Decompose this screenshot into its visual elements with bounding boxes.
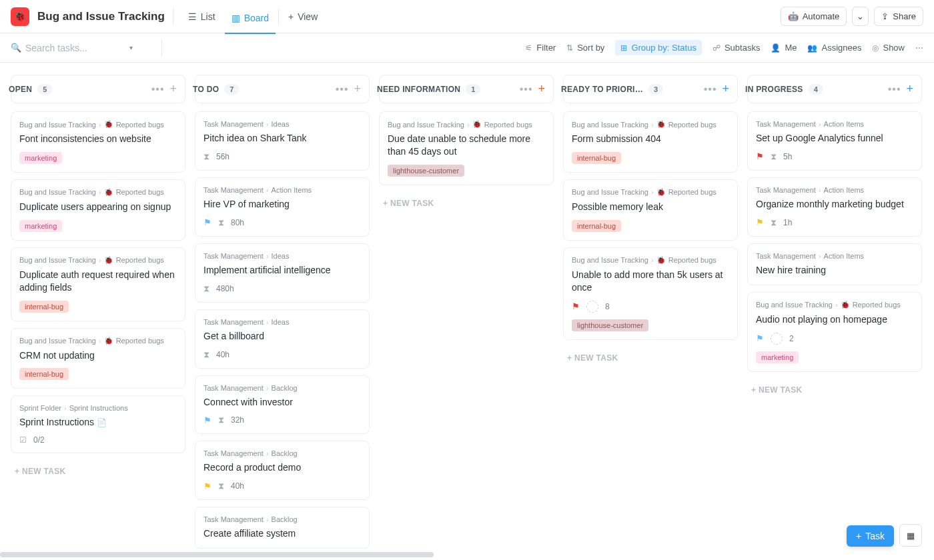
- horizontal-scrollbar[interactable]: [0, 552, 434, 557]
- new-task-button[interactable]: + NEW TASK: [563, 347, 738, 369]
- toolbar: 🔍 ▾ ⚟ Filter ⇅ Sort by ⊞ Group by: Statu…: [0, 33, 934, 63]
- card-title: Duplicate auth request required when add…: [19, 269, 177, 294]
- grid-icon: ▦: [907, 531, 915, 541]
- crumb-folder: Bug and Issue Tracking: [572, 256, 648, 264]
- me-button[interactable]: 👤 Me: [771, 43, 797, 53]
- task-card[interactable]: Task Management ›BacklogCreate affiliate…: [195, 507, 370, 549]
- task-card[interactable]: Bug and Issue Tracking ›🐞Reported bugsDu…: [11, 179, 185, 241]
- tag[interactable]: lighthouse-customer: [572, 319, 648, 331]
- hourglass-icon: ⧗: [203, 349, 209, 360]
- priority-flag-icon[interactable]: ⚑: [572, 301, 580, 311]
- new-task-button[interactable]: + NEW TASK: [379, 192, 554, 215]
- tag[interactable]: internal-bug: [19, 368, 69, 380]
- column-add-button[interactable]: +: [906, 82, 913, 96]
- priority-flag-icon[interactable]: ⚑: [203, 415, 211, 425]
- column-more-icon[interactable]: •••: [520, 83, 533, 95]
- tab-add-view[interactable]: + View: [282, 7, 324, 26]
- column-add-button[interactable]: +: [354, 82, 361, 96]
- bug-icon: 🐞: [104, 337, 113, 345]
- create-task-label: Task: [865, 531, 885, 541]
- tab-list[interactable]: ☰ List: [181, 7, 222, 26]
- sortby-button[interactable]: ⇅ Sort by: [566, 43, 604, 53]
- topbar: 🐞 Bug and Issue Tracking ☰ List ▥ Board …: [0, 0, 934, 33]
- task-card[interactable]: Task Management ›BacklogRecord a product…: [195, 441, 370, 500]
- tag[interactable]: marketing: [756, 351, 799, 363]
- task-card[interactable]: Task Management ›BacklogConnect with inv…: [195, 375, 370, 435]
- search-input[interactable]: [25, 43, 125, 53]
- task-card[interactable]: Bug and Issue Tracking ›🐞Reported bugsFo…: [11, 111, 185, 173]
- chevron-right-icon: ›: [835, 301, 838, 309]
- column-add-button[interactable]: +: [169, 82, 177, 96]
- divider: [278, 9, 279, 25]
- assignee-placeholder-icon[interactable]: [771, 333, 783, 345]
- chevron-right-icon: ›: [99, 256, 101, 264]
- list-icon: ☰: [188, 11, 197, 22]
- task-card[interactable]: Bug and Issue Tracking ›🐞Reported bugsUn…: [563, 247, 738, 340]
- search-wrap[interactable]: 🔍 ▾: [11, 43, 151, 53]
- new-task-button[interactable]: + NEW TASK: [11, 460, 185, 483]
- priority-flag-icon[interactable]: ⚑: [203, 481, 211, 491]
- card-title: Unable to add more than 5k users at once: [572, 269, 729, 294]
- more-button[interactable]: ⋯: [915, 43, 923, 53]
- filter-button[interactable]: ⚟ Filter: [525, 43, 556, 53]
- task-card[interactable]: Bug and Issue Tracking ›🐞Reported bugsFo…: [563, 111, 738, 173]
- task-card[interactable]: Task Management ›IdeasImplement artifici…: [195, 243, 370, 303]
- chevron-down-icon[interactable]: ▾: [129, 44, 133, 51]
- tag[interactable]: marketing: [19, 152, 62, 164]
- column-more-icon[interactable]: •••: [336, 83, 349, 95]
- column-more-icon[interactable]: •••: [151, 83, 165, 95]
- crumb-folder: Bug and Issue Tracking: [572, 121, 648, 129]
- tag[interactable]: internal-bug: [19, 301, 69, 313]
- priority-flag-icon[interactable]: ⚑: [756, 151, 764, 161]
- task-card[interactable]: Bug and Issue Tracking ›🐞Reported bugsCR…: [11, 328, 185, 389]
- automate-dropdown[interactable]: ⌄: [852, 7, 869, 26]
- show-button[interactable]: ◎ Show: [872, 43, 905, 53]
- bug-icon: 🐞: [656, 256, 666, 265]
- crumb-list: Reported bugs: [853, 301, 901, 309]
- tag[interactable]: internal-bug: [572, 152, 621, 164]
- task-card[interactable]: Task Management ›Action ItemsOrganize mo…: [747, 177, 922, 237]
- task-card[interactable]: Task Management ›Action ItemsSet up Goog…: [747, 111, 922, 171]
- create-task-button[interactable]: + Task: [847, 525, 894, 547]
- eye-icon: ◎: [872, 43, 879, 53]
- column-header: TO DO 7 ••• +: [195, 75, 370, 103]
- task-card[interactable]: Bug and Issue Tracking ›🐞Reported bugsAu…: [747, 292, 922, 372]
- column-more-icon[interactable]: •••: [704, 83, 717, 95]
- subtasks-button[interactable]: ☍ Subtasks: [713, 43, 760, 53]
- chevron-right-icon: ›: [266, 449, 269, 457]
- priority-flag-icon[interactable]: ⚑: [756, 217, 764, 227]
- new-task-button[interactable]: + NEW TASK: [747, 379, 922, 401]
- tag[interactable]: lighthouse-customer: [388, 165, 464, 177]
- tab-board[interactable]: ▥ Board: [225, 9, 276, 34]
- column-add-button[interactable]: +: [722, 82, 729, 96]
- column-more-icon[interactable]: •••: [888, 83, 901, 95]
- crumb-folder: Sprint Folder: [19, 404, 61, 412]
- groupby-button[interactable]: ⊞ Group by: Status: [615, 40, 702, 55]
- tag[interactable]: marketing: [19, 220, 62, 232]
- time-estimate: 480h: [216, 284, 234, 293]
- task-card[interactable]: Task Management ›Action ItemsNew hire tr…: [747, 243, 922, 285]
- task-card[interactable]: Task Management ›IdeasPitch idea on Shar…: [195, 111, 370, 171]
- assignees-button[interactable]: 👥 Assignees: [807, 43, 861, 53]
- plus-icon: +: [856, 531, 861, 541]
- task-card[interactable]: Task Management ›IdeasGet a billboard⧗40…: [195, 309, 370, 369]
- crumb-list: Reported bugs: [668, 188, 717, 196]
- automate-button[interactable]: 🤖 Automate: [781, 7, 847, 26]
- chevron-down-icon: ⌄: [857, 11, 864, 21]
- crumb-list: Action Items: [824, 120, 865, 128]
- bug-icon: 🐞: [104, 188, 113, 197]
- task-card[interactable]: Bug and Issue Tracking ›🐞Reported bugsDu…: [379, 111, 554, 185]
- task-card[interactable]: Bug and Issue Tracking ›🐞Reported bugsDu…: [11, 247, 185, 321]
- assignee-placeholder-icon[interactable]: [586, 301, 598, 313]
- task-card[interactable]: Task Management ›Action ItemsHire VP of …: [195, 177, 370, 237]
- crumb-folder: Task Management: [203, 318, 264, 326]
- hourglass-icon: ⧗: [218, 217, 224, 228]
- priority-flag-icon[interactable]: ⚑: [203, 217, 211, 227]
- apps-button[interactable]: ▦: [899, 524, 922, 547]
- column-add-button[interactable]: +: [538, 82, 545, 96]
- share-button[interactable]: ⇪ Share: [874, 7, 923, 26]
- task-card[interactable]: Bug and Issue Tracking ›🐞Reported bugsPo…: [563, 179, 738, 241]
- priority-flag-icon[interactable]: ⚑: [756, 333, 764, 343]
- tag[interactable]: internal-bug: [572, 220, 621, 232]
- task-card[interactable]: Sprint Folder ›Sprint InstructionsSprint…: [11, 395, 185, 453]
